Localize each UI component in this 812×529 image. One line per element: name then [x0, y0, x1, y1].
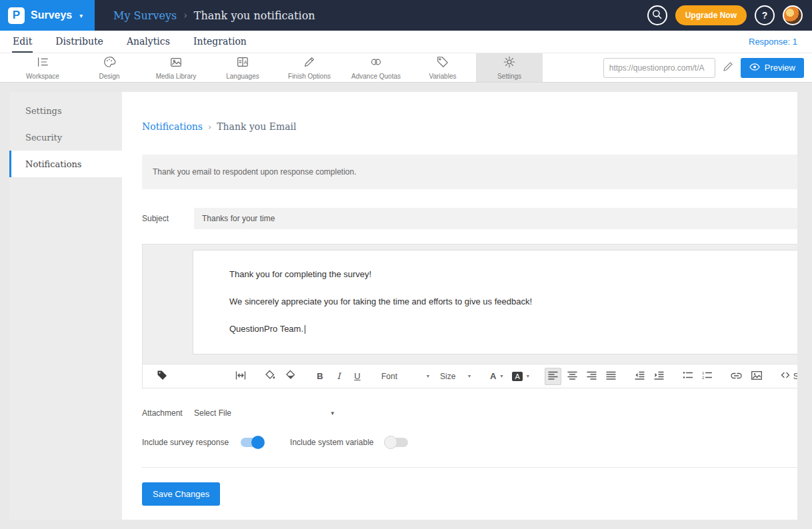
background-color-button[interactable]: A ▾	[509, 368, 532, 385]
italic-button[interactable]: I	[331, 368, 347, 385]
editor-toolbar: B I U Font ▾ Size ▾ A ▾	[143, 364, 797, 388]
help-button[interactable]: ?	[755, 5, 775, 25]
highlight-fill-button[interactable]	[261, 368, 279, 385]
workspace-icon	[36, 55, 49, 71]
underline-button[interactable]: U	[349, 368, 365, 385]
sidebar-item-security[interactable]: Security	[9, 124, 122, 151]
font-dropdown[interactable]: Font ▾	[377, 368, 433, 385]
feature-advance-quotas[interactable]: Advance Quotas	[343, 53, 409, 82]
align-left-icon	[548, 371, 558, 382]
breadcrumb-notifications-link[interactable]: Notifications	[142, 121, 203, 132]
paint-bucket-icon	[265, 370, 276, 382]
align-right-icon	[587, 371, 597, 382]
feature-finish-options[interactable]: Finish Options	[276, 53, 343, 82]
box-fill-button[interactable]	[282, 368, 300, 385]
notifications-content: Notifications › Thank you Email Thank yo…	[122, 92, 797, 520]
tab-edit[interactable]: Edit	[12, 31, 33, 53]
settings-panel: Settings Security Notifications Notifica…	[9, 92, 797, 520]
survey-url-input[interactable]	[603, 58, 715, 78]
maximize-icon	[235, 371, 246, 382]
tab-analytics[interactable]: Analytics	[126, 31, 171, 53]
breadcrumb-separator: ›	[208, 122, 211, 132]
insert-link-button[interactable]	[727, 368, 745, 385]
palette-icon	[103, 55, 116, 71]
feature-variables[interactable]: Variables	[409, 53, 476, 82]
bulleted-list-button[interactable]	[679, 368, 696, 385]
align-justify-icon	[606, 371, 616, 382]
breadcrumb-separator: ›	[183, 10, 187, 21]
svg-text:A: A	[244, 59, 247, 65]
subject-row: Subject	[142, 208, 797, 229]
feature-workspace[interactable]: Workspace	[9, 53, 76, 82]
feature-settings[interactable]: Settings	[476, 53, 543, 82]
include-survey-response-toggle[interactable]	[241, 438, 263, 447]
editor-canvas: Thank you for completing the survey! We …	[143, 245, 797, 364]
sidebar-item-notifications[interactable]: Notifications	[9, 151, 122, 177]
editor-line: We sincerely appreciate you for taking t…	[229, 296, 785, 306]
indent-button[interactable]	[651, 368, 667, 385]
include-system-variable-toggle[interactable]	[385, 438, 408, 447]
indent-icon	[654, 371, 664, 382]
image-icon	[751, 371, 762, 382]
response-count[interactable]: Response: 1	[749, 37, 797, 53]
include-system-variable-label: Include system variable	[290, 438, 373, 447]
attachment-row: Attachment Select File ▾	[142, 408, 797, 418]
attachment-file-dropdown[interactable]: Select File ▾	[194, 408, 334, 418]
code-icon	[781, 371, 790, 381]
edit-url-button[interactable]	[723, 61, 733, 75]
editor-line: Thank you for completing the survey!	[229, 269, 785, 279]
feature-toolbar: Workspace Design Media Library A Languag…	[0, 53, 812, 83]
quotas-icon	[369, 55, 383, 71]
merge-tag-button[interactable]	[153, 368, 171, 385]
maximize-button[interactable]	[232, 368, 249, 385]
link-icon	[731, 371, 742, 381]
sidebar-item-settings[interactable]: Settings	[9, 97, 122, 124]
svg-text:2: 2	[702, 376, 705, 379]
align-left-button[interactable]	[545, 368, 561, 385]
user-avatar[interactable]	[783, 5, 803, 25]
attachment-label: Attachment	[142, 408, 194, 418]
chevron-down-icon: ▾	[427, 373, 429, 379]
save-changes-button[interactable]: Save Changes	[142, 482, 220, 506]
tab-distribute[interactable]: Distribute	[55, 31, 104, 53]
text-color-button[interactable]: A ▾	[487, 368, 506, 385]
main-tabs: Edit Distribute Analytics Integration Re…	[0, 31, 812, 53]
settings-sidebar: Settings Security Notifications	[9, 92, 122, 520]
feature-design[interactable]: Design	[76, 53, 143, 82]
brand-label: Surveys	[31, 9, 72, 21]
chevron-down-icon: ▾	[468, 373, 471, 379]
breadcrumb-my-surveys[interactable]: My Surveys	[113, 9, 177, 22]
tab-integration[interactable]: Integration	[193, 31, 247, 53]
chevron-down-icon: ▾	[79, 12, 83, 19]
upgrade-now-button[interactable]: Upgrade Now	[675, 5, 747, 25]
feature-media-library[interactable]: Media Library	[143, 53, 209, 82]
numbered-list-button[interactable]: 12	[699, 368, 715, 385]
tag-icon	[436, 55, 449, 71]
bold-button[interactable]: B	[312, 368, 328, 385]
subject-input[interactable]	[194, 208, 797, 229]
outdent-icon	[635, 371, 645, 382]
size-dropdown[interactable]: Size ▾	[436, 368, 475, 385]
source-button[interactable]: Source	[777, 368, 797, 385]
outdent-button[interactable]	[631, 368, 648, 385]
include-survey-response-label: Include survey response	[142, 438, 229, 447]
editor-text-area[interactable]: Thank you for completing the survey! We …	[193, 250, 797, 354]
insert-image-button[interactable]	[748, 368, 765, 385]
align-justify-button[interactable]	[603, 368, 619, 385]
surveys-menu-button[interactable]: P Surveys ▾	[0, 0, 95, 31]
paint-bucket-icon	[285, 370, 297, 382]
feature-bar-right: Preview	[603, 53, 812, 82]
chevron-down-icon: ▾	[527, 373, 529, 379]
breadcrumb: My Surveys › Thank you notification	[113, 9, 315, 22]
breadcrumb-survey-title: Thank you notification	[194, 9, 315, 22]
bulleted-list-icon	[683, 371, 693, 381]
feature-languages[interactable]: A Languages	[209, 53, 276, 82]
search-button[interactable]	[647, 5, 667, 25]
preview-button[interactable]: Preview	[741, 58, 804, 78]
svg-text:1: 1	[702, 371, 705, 375]
content-breadcrumb: Notifications › Thank you Email	[142, 121, 797, 132]
toggle-row: Include survey response Include system v…	[142, 438, 797, 447]
email-body-editor: Thank you for completing the survey! We …	[142, 244, 797, 388]
align-center-button[interactable]	[564, 368, 581, 385]
align-right-button[interactable]	[583, 368, 600, 385]
